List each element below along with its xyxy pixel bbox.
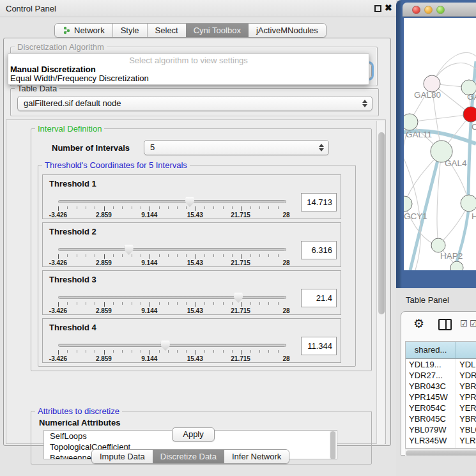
cyni-toolbox-panel: Discretization Algorithm Table Data galF… [3, 38, 391, 446]
slider-track[interactable] [58, 248, 286, 251]
minimize-traffic-light[interactable] [424, 6, 433, 14]
table-data-combobox[interactable]: galFiltered.sif default node [17, 96, 372, 111]
apply-button[interactable]: Apply [172, 427, 215, 441]
tick-label: 28 [282, 259, 289, 266]
tick-label: 2.859 [96, 355, 112, 362]
slider-track[interactable] [58, 296, 286, 299]
node-label: GCY1 [404, 211, 427, 221]
tick-label: 21.715 [231, 355, 250, 362]
tab-select[interactable]: Select [147, 24, 186, 37]
table-panel-footer-space [396, 456, 476, 476]
node-gcy1[interactable] [404, 196, 412, 211]
node-label: GAL80 [414, 90, 441, 100]
checkbox-icon[interactable]: ☑ [460, 319, 468, 328]
slider-tick-labels: -3.426 2.859 9.144 15.43 21.715 28 [58, 355, 286, 362]
number-of-intervals-combobox[interactable]: 5 [144, 140, 329, 155]
threshold-1-label: Threshold 1 [49, 179, 96, 188]
node-label: GAL4 [445, 158, 467, 168]
tick-label: 9.144 [141, 307, 157, 314]
network-window-titlebar[interactable] [403, 3, 476, 17]
threshold-4-panel: Threshold 4 -3.426 2.859 9.144 [42, 318, 341, 363]
table-row[interactable]: YBR045C YBR0 [406, 413, 476, 424]
table-row[interactable]: YLR345W YLR3 [406, 435, 476, 446]
tick-label: 21.715 [231, 259, 250, 266]
tab-impute-data-label: Impute Data [100, 452, 145, 461]
table-panel-header: Table Panel [396, 288, 476, 311]
table-data-value: galFiltered.sif default node [24, 98, 121, 108]
list-scrollbar[interactable] [330, 431, 336, 459]
dropdown-option-manual-discretization[interactable]: Manual Discretization [10, 65, 96, 74]
tab-jactivemnodules[interactable]: jActiveMNodules [249, 24, 326, 37]
node-label: HAP2 [440, 251, 463, 261]
slider-thumb[interactable] [234, 293, 243, 303]
close-icon[interactable]: ✖ [385, 3, 392, 13]
number-of-intervals-value: 5 [150, 142, 155, 152]
table-row[interactable]: YBR043C YBR0 [406, 381, 476, 392]
dropdown-option-equal-width-frequency[interactable]: Equal Width/Frequency Discretization [10, 73, 149, 83]
tab-infer-network[interactable]: Infer Network [224, 450, 289, 463]
number-of-intervals-label: Number of Intervals [52, 143, 130, 153]
threshold-4-value-field[interactable]: 11.344 [301, 337, 337, 355]
settings-scrollbar-thumb[interactable] [378, 132, 385, 314]
numerical-attributes-label: Numerical Attributes [39, 418, 120, 427]
slider-track[interactable] [58, 200, 286, 203]
node-label: GA [467, 92, 476, 102]
combo-arrows-icon [318, 143, 324, 152]
table-row[interactable]: YBL079W YBL0 [406, 424, 476, 435]
threshold-2-slider[interactable]: -3.426 2.859 9.144 15.43 21.715 28 [58, 245, 286, 266]
table-row[interactable]: YPR145W YPR1 [406, 392, 476, 403]
tick-label: 15.43 [187, 307, 203, 314]
tab-cyni-toolbox-label: Cyni Toolbox [194, 26, 241, 35]
table-row[interactable]: YDL19... YDL1 [406, 359, 476, 370]
tick-label: -3.426 [49, 259, 67, 266]
threshold-1-slider[interactable]: -3.426 2.859 9.144 15.43 21.715 28 [58, 197, 286, 219]
node-hap2[interactable] [431, 238, 445, 252]
tab-network[interactable]: Network [55, 24, 112, 37]
tick-label: 21.715 [231, 307, 250, 314]
tick-label: 2.859 [96, 307, 112, 314]
zoom-traffic-light[interactable] [436, 6, 445, 14]
list-scrollbar-thumb[interactable] [330, 431, 335, 459]
tab-cyni-toolbox[interactable]: Cyni Toolbox [186, 24, 249, 37]
node-label: GAL11 [406, 130, 432, 139]
tick-label: 28 [282, 307, 289, 314]
tab-impute-data[interactable]: Impute Data [92, 450, 153, 463]
threshold-3-value-field[interactable]: 21.4 [301, 289, 337, 307]
tab-discretize-data[interactable]: Discretize Data [153, 450, 224, 463]
gear-icon[interactable]: ⚙ [413, 316, 424, 331]
node-right[interactable] [461, 195, 476, 211]
slider-track[interactable] [58, 344, 286, 347]
slider-thumb[interactable] [161, 341, 170, 351]
table-row[interactable]: YDR27... YDR2 [406, 370, 476, 381]
columns-icon[interactable] [438, 319, 452, 330]
slider-thumb[interactable] [125, 245, 134, 255]
settings-vertical-scrollbar[interactable] [376, 121, 385, 444]
close-traffic-light[interactable] [412, 6, 420, 14]
dropdown-placeholder-option[interactable]: Select algorithm to view settings [8, 56, 369, 65]
cell-shared-name: YBR043C [409, 381, 446, 391]
node-gal11[interactable] [404, 114, 418, 130]
threshold-2-label: Threshold 2 [49, 227, 96, 236]
node-bottom[interactable] [450, 261, 463, 270]
float-window-icon[interactable] [374, 5, 381, 12]
table-row[interactable]: YER054C YER0 [406, 403, 476, 413]
node-red[interactable] [463, 107, 476, 122]
tick-label: 2.859 [96, 211, 112, 219]
threshold-2-value-field[interactable]: 6.316 [301, 241, 337, 259]
slider-thumb[interactable] [185, 197, 194, 207]
network-view-window: GAL80 GA GAL11 C GAL4 GCY1 H HAP2 [396, 0, 476, 288]
cell-shared-name: YLR345W [409, 436, 447, 445]
tick-label: -3.426 [49, 211, 67, 219]
tab-style[interactable]: Style [112, 24, 147, 37]
threshold-3-slider[interactable]: -3.426 2.859 9.144 15.43 21.715 28 [58, 293, 286, 314]
threshold-1-value-field[interactable]: 14.713 [301, 193, 337, 211]
network-canvas[interactable]: GAL80 GA GAL11 C GAL4 GCY1 H HAP2 [404, 18, 476, 270]
threshold-2-panel: Threshold 2 -3.426 2.859 9.144 [42, 222, 341, 267]
threshold-4-slider[interactable]: -3.426 2.859 9.144 15.43 21.715 28 [58, 341, 286, 362]
column-header-name[interactable]: na [456, 342, 476, 359]
control-panel-window: Control Panel ✖ Network Style Select Cyn… [0, 0, 396, 476]
checkbox-icon[interactable]: ☑ [470, 319, 476, 328]
column-header-shared-name[interactable]: shared... [406, 342, 456, 359]
slider-major-ticks [58, 350, 287, 355]
screen: Control Panel ✖ Network Style Select Cyn… [0, 0, 476, 476]
